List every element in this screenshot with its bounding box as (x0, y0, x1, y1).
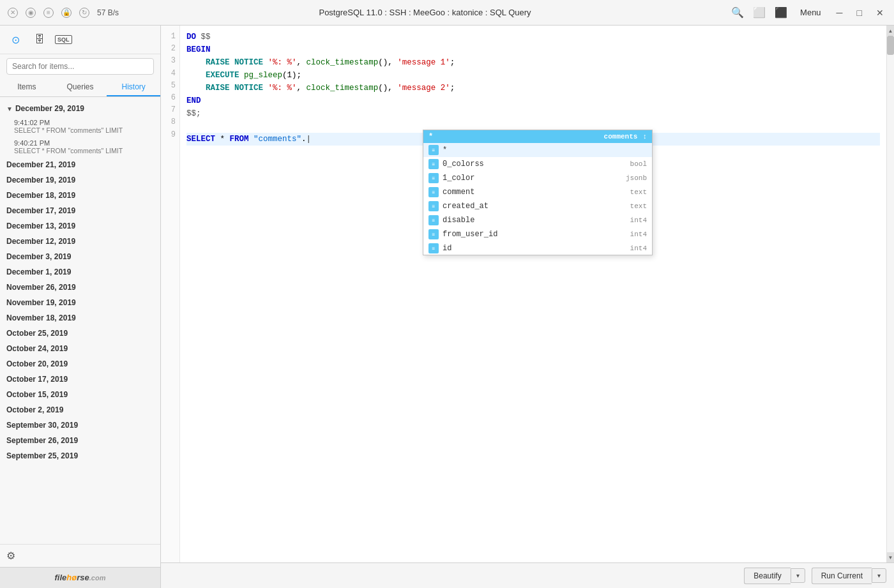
ac-item-createdat[interactable]: ≡ created_at text (423, 199, 652, 213)
sidebar-branding: filehørse.com (0, 567, 160, 588)
lock-icon[interactable]: 🔒 (61, 8, 72, 18)
ac-type-createdat: text (630, 202, 647, 210)
eye-icon[interactable]: ◉ (26, 8, 36, 18)
search-box (6, 58, 154, 75)
ac-icon-id: ≡ (428, 243, 439, 253)
tab-queries[interactable]: Queries (54, 79, 107, 96)
history-date-dec3[interactable]: December 3, 2019 (0, 249, 160, 264)
line-num-7: 7 (171, 104, 176, 116)
autocomplete-scroll[interactable]: ≡ * ≡ 0_colorss bool ≡ 1_color jsonb (423, 143, 652, 255)
editor-area: 1 2 3 4 5 6 7 8 9 DO $$ BEGIN RAISE NOTI… (161, 26, 894, 588)
line-num-5: 5 (171, 80, 176, 92)
history-date-nov26[interactable]: November 26, 2019 (0, 280, 160, 295)
history-date-oct25[interactable]: October 25, 2019 (0, 326, 160, 341)
ac-icon-1color: ≡ (428, 173, 439, 183)
history-date-dec1[interactable]: December 1, 2019 (0, 264, 160, 280)
scrollbar-up[interactable]: ▲ (887, 26, 894, 36)
line-numbers: 1 2 3 4 5 6 7 8 9 (161, 26, 180, 562)
sidebar-tabs: Items Queries History (0, 79, 160, 97)
autocomplete-header-table: comments (604, 133, 638, 140)
history-date-dec13[interactable]: December 13, 2019 (0, 218, 160, 234)
list-icon[interactable]: ≡ (43, 8, 54, 18)
line-num-2: 2 (171, 43, 176, 55)
sidebar-connection-icon[interactable]: ⊙ (6, 31, 24, 49)
minimize-button[interactable]: ─ (834, 6, 845, 19)
ac-item-fromuserid[interactable]: ≡ from_user_id int4 (423, 227, 652, 241)
layout-icon-2[interactable]: ⬛ (775, 6, 787, 19)
history-query-2: SELECT * FROM "comments" LIMIT (14, 147, 142, 155)
history-time-1: 9:41:02 PM (14, 119, 154, 126)
ac-icon-disable: ≡ (428, 215, 439, 225)
history-date-dec21[interactable]: December 21, 2019 (0, 157, 160, 172)
history-group-dec29[interactable]: ▼ December 29, 2019 (0, 101, 160, 116)
run-dropdown-button[interactable]: ▾ (872, 568, 886, 583)
history-date-dec19[interactable]: December 19, 2019 (0, 172, 160, 188)
beautify-main-button[interactable]: Beautify (744, 568, 790, 584)
tab-history[interactable]: History (107, 79, 160, 96)
ac-item-id[interactable]: ≡ id int4 (423, 241, 652, 255)
tab-items[interactable]: Items (0, 79, 54, 96)
ac-item-comment[interactable]: ≡ comment text (423, 185, 652, 199)
ac-type-0colorss: bool (630, 160, 647, 168)
run-current-button[interactable]: Run Current (812, 568, 872, 584)
autocomplete-scroll-icon[interactable]: ↕ (642, 133, 647, 140)
scrollbar-thumb[interactable] (887, 36, 894, 55)
scrollbar-down[interactable]: ▼ (887, 552, 894, 562)
history-date-sep30[interactable]: September 30, 2019 (0, 418, 160, 433)
history-date-dec12[interactable]: December 12, 2019 (0, 234, 160, 249)
code-editor[interactable]: DO $$ BEGIN RAISE NOTICE '%: %', clock_t… (180, 26, 886, 562)
history-date-sep26[interactable]: September 26, 2019 (0, 433, 160, 448)
code-line-1: DO $$ (186, 31, 880, 43)
menu-button[interactable]: Menu (796, 6, 825, 19)
ac-item-0colorss[interactable]: ≡ 0_colorss bool (423, 157, 652, 171)
history-item-1[interactable]: 9:41:02 PM SELECT * FROM "comments" LIMI… (0, 116, 160, 137)
close-button[interactable]: ✕ (874, 6, 886, 19)
ac-name-id: id (443, 244, 630, 253)
close-window-icon[interactable]: ✕ (8, 8, 18, 18)
history-date-sep25[interactable]: September 25, 2019 (0, 448, 160, 464)
history-date-nov19[interactable]: November 19, 2019 (0, 295, 160, 310)
main-area: ⊙ 🗄 SQL Items Queries History ▼ December… (0, 26, 894, 588)
titlebar-right: 🔍 ⬜ ⬛ Menu ─ □ ✕ (731, 6, 886, 19)
history-date-oct2[interactable]: October 2, 2019 (0, 402, 160, 418)
ac-name-1color: 1_color (443, 174, 626, 183)
run-button-group: Run Current ▾ (812, 568, 886, 584)
history-date-oct20[interactable]: October 20, 2019 (0, 356, 160, 372)
ac-icon-comment: ≡ (428, 187, 439, 197)
history-date-oct24[interactable]: October 24, 2019 (0, 341, 160, 356)
ac-type-id: int4 (630, 245, 647, 252)
sidebar-db-icon[interactable]: 🗄 (31, 31, 49, 49)
sidebar-toolbar: ⊙ 🗄 SQL (0, 26, 160, 54)
ac-name-disable: disable (443, 216, 630, 225)
history-date-oct17[interactable]: October 17, 2019 (0, 372, 160, 387)
scrollbar-track[interactable] (887, 36, 894, 552)
history-date-oct15[interactable]: October 15, 2019 (0, 387, 160, 402)
history-time-2: 9:40:21 PM (14, 139, 154, 147)
ac-icon-0colorss: ≡ (428, 159, 439, 169)
history-date-dec18[interactable]: December 18, 2019 (0, 188, 160, 203)
line-num-3: 3 (171, 55, 176, 67)
collapse-icon: ▼ (6, 105, 13, 112)
ac-item-disable[interactable]: ≡ disable int4 (423, 213, 652, 227)
sidebar-sql-badge[interactable]: SQL (55, 35, 72, 44)
history-date-dec17[interactable]: December 17, 2019 (0, 203, 160, 218)
layout-icon-1[interactable]: ⬜ (753, 6, 766, 19)
brand-text: filehørse.com (55, 573, 106, 582)
search-input[interactable] (6, 58, 154, 75)
editor-container: 1 2 3 4 5 6 7 8 9 DO $$ BEGIN RAISE NOTI… (161, 26, 894, 562)
maximize-button[interactable]: □ (854, 6, 865, 19)
history-date-nov18[interactable]: November 18, 2019 (0, 310, 160, 326)
history-list: ▼ December 29, 2019 9:41:02 PM SELECT * … (0, 97, 160, 544)
beautify-dropdown-button[interactable]: ▾ (791, 568, 805, 583)
line-num-6: 6 (171, 92, 176, 104)
history-item-2[interactable]: 9:40:21 PM SELECT * FROM "comments" LIMI… (0, 137, 160, 157)
ac-item-star[interactable]: ≡ * (423, 143, 652, 157)
refresh-icon[interactable]: ↻ (79, 8, 89, 18)
search-icon[interactable]: 🔍 (731, 6, 744, 19)
settings-icon[interactable]: ⚙ (6, 550, 15, 561)
ac-name-comment: comment (443, 188, 630, 197)
line-num-1: 1 (171, 31, 176, 43)
connection-speed: 57 B/s (97, 8, 119, 17)
ac-item-1color[interactable]: ≡ 1_color jsonb (423, 171, 652, 185)
history-date-dec29: December 29, 2019 (15, 104, 84, 113)
